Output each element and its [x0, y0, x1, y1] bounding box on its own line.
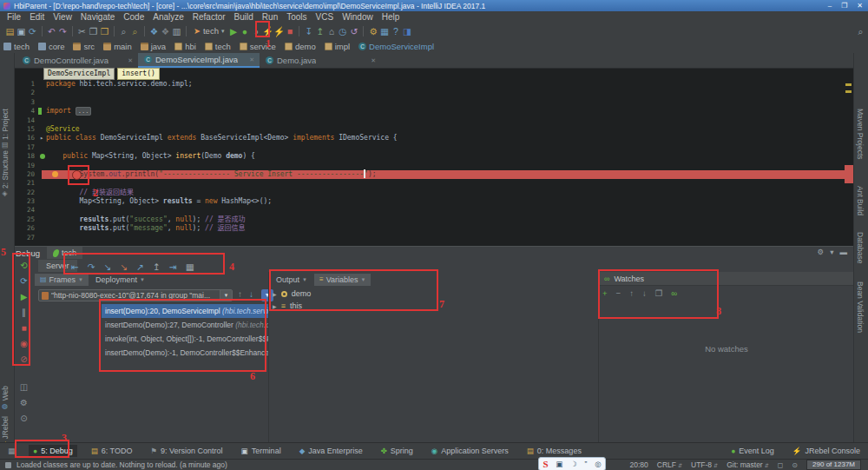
output-tab[interactable]: Output ▼ [271, 274, 312, 286]
deployment-tab[interactable]: Deployment ▼ [90, 274, 150, 286]
stack-frame[interactable]: insertDemo(Demo):-1, DemoController$$Enh… [102, 346, 268, 360]
debug-tool-window-title[interactable]: Debug [16, 248, 40, 258]
duplicate-watch-icon[interactable]: ❐ [655, 288, 663, 298]
code-line-21[interactable]: 21 [14, 179, 854, 188]
hide-library-frames-icon[interactable]: ▼ [261, 289, 273, 301]
chevron-down-icon[interactable]: ▼ [220, 290, 232, 301]
sogou-logo[interactable]: S [542, 459, 548, 469]
copy-icon[interactable]: ❐ [89, 25, 99, 37]
open-icon[interactable]: ▤ [5, 25, 16, 37]
code-line-15[interactable]: 15@Service [14, 125, 854, 134]
help-icon[interactable]: ? [391, 25, 401, 37]
ime-moon-icon[interactable]: ☽ [570, 460, 577, 468]
expand-arrow-icon[interactable]: ▶ [273, 291, 277, 297]
breadcrumb-java[interactable]: java [141, 42, 166, 51]
implemented-marker-icon[interactable]: ▸ [40, 134, 43, 142]
pin-icon[interactable]: ⊙ [20, 414, 27, 423]
close-icon[interactable]: ✕ [371, 57, 376, 64]
code-line-24[interactable]: 24 [14, 206, 854, 215]
variable-demo[interactable]: ▶demo [273, 288, 311, 300]
readonly-lock-icon[interactable]: ◻ [778, 461, 784, 469]
vcs-commit-icon[interactable]: ↥ [315, 25, 326, 37]
add-watch-icon[interactable]: + [602, 288, 608, 298]
project-structure-icon[interactable]: ▦ [379, 25, 390, 37]
si-plugin-icon[interactable]: ◨ [402, 25, 412, 37]
tool-bean-validation[interactable]: Bean Validation [856, 281, 865, 333]
tab-demo-java[interactable]: CDemo.java✕ [260, 53, 381, 68]
minimize-button[interactable]: – [828, 2, 832, 10]
context-chip[interactable]: DemoServiceImpl [43, 68, 115, 80]
hide-panel-icon[interactable]: ▬ [840, 248, 848, 256]
vcs-shelve-icon[interactable]: ⌂ [326, 25, 337, 37]
evaluate-expression-icon[interactable]: ▦ [186, 261, 194, 272]
breadcrumb-demo[interactable]: demo [285, 42, 316, 51]
menu-run[interactable]: Run [258, 12, 282, 22]
breadcrumb-core[interactable]: core [38, 42, 64, 51]
coverage-icon[interactable]: ◑ [251, 25, 261, 37]
line-separator[interactable]: CRLF⇵ [657, 460, 682, 469]
replace-icon[interactable]: ⌕ [130, 25, 141, 37]
variables-tab[interactable]: ≡ Variables ▼ [314, 274, 371, 286]
move-down-icon[interactable]: ↓ [642, 288, 647, 298]
event-log[interactable]: ●Event Log [727, 445, 779, 457]
debug-settings-icon[interactable]: ⚙ [20, 398, 28, 407]
expand-arrow-icon[interactable]: ▶ [273, 303, 277, 309]
rerun-icon[interactable]: ⟲ [20, 261, 27, 270]
toolwindow-switcher-icon[interactable]: ▦ [3, 445, 19, 457]
resume-icon[interactable]: ▶ [21, 292, 28, 301]
memory-indicator[interactable]: 290 of 1237M [806, 460, 861, 470]
jrebel-debug-icon[interactable]: ⚡ [273, 25, 284, 37]
tool-web[interactable]: ◍ Web [1, 386, 10, 411]
breadcrumb-impl[interactable]: impl [325, 42, 350, 51]
menu-help[interactable]: Help [378, 12, 404, 22]
breadcrumb-hbi[interactable]: hbi [174, 42, 196, 51]
code-line-23[interactable]: 23 Map<String, Object> results = new Has… [14, 197, 854, 206]
show-watches-in-variables-icon[interactable]: ∞ [671, 288, 677, 298]
save-icon[interactable]: ▣ [16, 25, 27, 37]
sync-icon[interactable]: ⟳ [28, 25, 38, 37]
stop-icon[interactable]: ■ [285, 25, 295, 37]
maximize-button[interactable]: ❐ [841, 2, 847, 10]
tab-democontroller-java[interactable]: CDemoController.java✕ [16, 53, 138, 68]
find-icon[interactable]: ⌕ [119, 25, 129, 37]
code-line-3[interactable]: 3 [14, 98, 854, 107]
hide-windows-icon[interactable]: ▥ [172, 25, 182, 37]
tool-project[interactable]: ▤ 1: Project [1, 109, 10, 149]
context-chip[interactable]: insert() [117, 68, 160, 80]
menu-refactor[interactable]: Refactor [188, 12, 230, 22]
menu-build[interactable]: Build [230, 12, 258, 22]
panel-divider[interactable] [268, 272, 269, 443]
redo-icon[interactable]: ↷ [58, 25, 69, 37]
code-line-26[interactable]: 26 results.put("message", null); // 返回信息 [14, 224, 854, 233]
step-out-icon[interactable]: ↗ [136, 261, 144, 272]
breadcrumb-demoserviceimpl[interactable]: CDemoServiceImpl [358, 42, 434, 51]
run-to-cursor-icon[interactable]: ⇥ [169, 261, 177, 272]
close-icon[interactable]: ✕ [128, 57, 133, 64]
menu-file[interactable]: File [3, 12, 25, 22]
caret-position[interactable]: 20:80 [629, 460, 648, 469]
stack-frame[interactable]: insert(Demo):20, DemoServiceImpl (hbi.te… [102, 304, 268, 318]
code-line-2[interactable]: 2 [14, 89, 854, 97]
menu-navigate[interactable]: Navigate [76, 12, 119, 22]
code-line-17[interactable]: 17 [14, 143, 854, 152]
paste-icon[interactable]: ❒ [100, 25, 110, 37]
step-over-icon[interactable]: ↷ [88, 261, 95, 272]
menu-code[interactable]: Code [119, 12, 148, 22]
next-frame-icon[interactable]: ↓ [249, 289, 253, 299]
tab-version-control[interactable]: ⚑9: Version Control [146, 445, 227, 457]
ime-lang-icon[interactable]: ▣ [556, 460, 562, 468]
tab-application-servers[interactable]: ◉Application Servers [427, 445, 513, 457]
tool-structure[interactable]: ◈ 2: Structure [1, 150, 10, 198]
debug-icon[interactable]: ● [240, 25, 250, 37]
breadcrumb-tech[interactable]: tech [3, 42, 30, 51]
tab-demoserviceimpl-java[interactable]: CDemoServiceImpl.java✕ [138, 53, 260, 68]
code-line-14[interactable]: 14 [14, 116, 854, 125]
back-icon[interactable]: ❖ [149, 25, 160, 37]
tool-ant-build[interactable]: Ant Build [856, 186, 865, 215]
breakpoint-icon[interactable] [72, 170, 82, 180]
pause-icon[interactable]: ∥ [22, 308, 26, 317]
encoding[interactable]: UTF-8⇵ [691, 460, 718, 469]
search-icon[interactable]: ⌕ [856, 25, 866, 37]
panel-divider[interactable] [598, 272, 599, 443]
code-editor[interactable]: DemoServiceImplinsert() 1package hbi.tec… [14, 68, 854, 246]
